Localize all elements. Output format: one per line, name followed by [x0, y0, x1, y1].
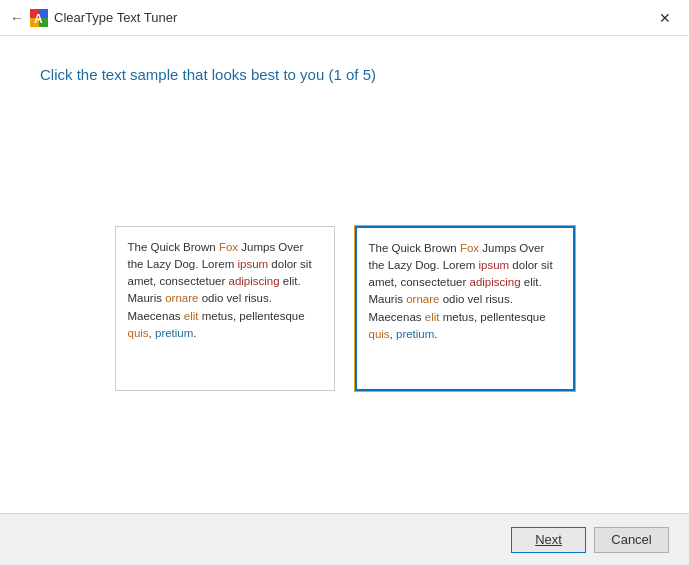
app-icon: A: [30, 9, 48, 27]
main-content: Click the text sample that looks best to…: [0, 36, 689, 513]
back-button[interactable]: ←: [10, 10, 24, 26]
close-button[interactable]: ✕: [651, 6, 679, 30]
sample-box-1[interactable]: The Quick Brown Fox Jumps Over the Lazy …: [115, 226, 335, 391]
svg-text:A: A: [34, 12, 43, 26]
sample-text-2: The Quick Brown Fox Jumps Over the Lazy …: [369, 240, 561, 344]
title-bar-left: ← A ClearType Text Tuner: [10, 9, 177, 27]
sample-text-1: The Quick Brown Fox Jumps Over the Lazy …: [128, 239, 322, 343]
title-bar: ← A ClearType Text Tuner ✕: [0, 0, 689, 36]
footer-bar: Next Cancel: [0, 513, 689, 565]
cancel-button[interactable]: Cancel: [594, 527, 669, 553]
instruction-text: Click the text sample that looks best to…: [40, 66, 649, 83]
samples-area: The Quick Brown Fox Jumps Over the Lazy …: [40, 123, 649, 493]
sample-box-2[interactable]: The Quick Brown Fox Jumps Over the Lazy …: [355, 226, 575, 391]
window-title: ClearType Text Tuner: [54, 10, 177, 25]
next-button[interactable]: Next: [511, 527, 586, 553]
